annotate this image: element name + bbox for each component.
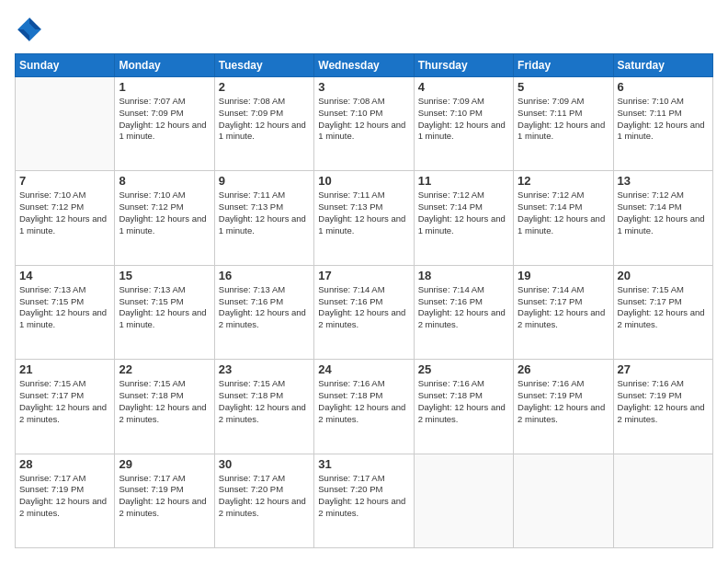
day-number: 26 [518,362,609,376]
sunset-label: Sunset: 7:14 PM [618,201,682,212]
day-info: Sunrise: 7:17 AMSunset: 7:19 PMDaylight:… [119,473,210,520]
day-info: Sunrise: 7:13 AMSunset: 7:15 PMDaylight:… [19,284,110,331]
sunrise-label: Sunrise: 7:16 AM [518,378,584,388]
sunrise-label: Sunrise: 7:08 AM [219,96,285,106]
sunset-label: Sunset: 7:14 PM [518,201,582,212]
daylight-label: Daylight: 12 hours and 2 minutes. [318,496,405,518]
calendar-cell: 16Sunrise: 7:13 AMSunset: 7:16 PMDayligh… [214,265,313,359]
day-number: 5 [518,80,609,94]
sunrise-label: Sunrise: 7:10 AM [19,190,85,200]
sunset-label: Sunset: 7:13 PM [219,201,283,212]
sunset-label: Sunset: 7:17 PM [618,296,682,306]
day-number: 31 [318,457,409,471]
sunset-label: Sunset: 7:17 PM [518,296,582,306]
calendar-week-row: 21Sunrise: 7:15 AMSunset: 7:17 PMDayligh… [16,360,713,454]
day-number: 20 [618,269,709,282]
day-info: Sunrise: 7:15 AMSunset: 7:17 PMDaylight:… [19,378,110,425]
daylight-label: Daylight: 12 hours and 1 minute. [618,213,705,236]
daylight-label: Daylight: 12 hours and 2 minutes. [618,307,705,329]
weekday-header: Friday [514,54,613,77]
weekday-header: Monday [115,54,214,77]
weekday-header: Sunday [16,54,115,77]
day-number: 14 [19,269,110,282]
day-info: Sunrise: 7:12 AMSunset: 7:14 PMDaylight:… [518,190,609,236]
sunrise-label: Sunrise: 7:16 AM [618,378,684,388]
day-number: 15 [119,269,210,282]
calendar-cell: 30Sunrise: 7:17 AMSunset: 7:20 PMDayligh… [214,454,313,547]
sunrise-label: Sunrise: 7:17 AM [219,473,285,483]
daylight-label: Daylight: 12 hours and 1 minute. [19,213,107,236]
sunrise-label: Sunrise: 7:12 AM [618,190,684,200]
day-number: 16 [219,269,310,282]
calendar-cell: 29Sunrise: 7:17 AMSunset: 7:19 PMDayligh… [115,454,214,547]
sunrise-label: Sunrise: 7:11 AM [318,190,384,200]
calendar-cell: 2Sunrise: 7:08 AMSunset: 7:09 PMDaylight… [214,77,313,171]
calendar-cell: 19Sunrise: 7:14 AMSunset: 7:17 PMDayligh… [514,265,613,359]
day-number: 2 [219,80,310,94]
calendar-cell: 9Sunrise: 7:11 AMSunset: 7:13 PMDaylight… [214,171,313,265]
day-number: 1 [119,80,210,94]
day-info: Sunrise: 7:15 AMSunset: 7:18 PMDaylight:… [219,378,310,425]
sunset-label: Sunset: 7:15 PM [19,296,84,306]
header [15,15,713,44]
day-number: 22 [119,362,210,376]
daylight-label: Daylight: 12 hours and 1 minute. [219,213,306,236]
day-info: Sunrise: 7:15 AMSunset: 7:17 PMDaylight:… [618,284,709,331]
sunrise-label: Sunrise: 7:15 AM [618,284,684,294]
daylight-label: Daylight: 12 hours and 2 minutes. [418,402,506,424]
day-number: 6 [618,80,709,94]
day-number: 7 [19,174,110,188]
daylight-label: Daylight: 12 hours and 1 minute. [318,213,405,236]
daylight-label: Daylight: 12 hours and 2 minutes. [219,402,306,424]
sunrise-label: Sunrise: 7:16 AM [418,378,484,388]
day-info: Sunrise: 7:10 AMSunset: 7:12 PMDaylight:… [119,190,210,236]
day-info: Sunrise: 7:17 AMSunset: 7:19 PMDaylight:… [19,473,110,520]
calendar-week-row: 1Sunrise: 7:07 AMSunset: 7:09 PMDaylight… [16,77,713,171]
day-number: 4 [418,80,509,94]
calendar-cell: 7Sunrise: 7:10 AMSunset: 7:12 PMDaylight… [16,171,115,265]
day-info: Sunrise: 7:12 AMSunset: 7:14 PMDaylight:… [418,190,509,236]
calendar-cell: 20Sunrise: 7:15 AMSunset: 7:17 PMDayligh… [613,265,712,359]
daylight-label: Daylight: 12 hours and 2 minutes. [19,496,107,518]
sunset-label: Sunset: 7:15 PM [119,296,183,306]
sunset-label: Sunset: 7:11 PM [518,108,582,118]
calendar-cell: 26Sunrise: 7:16 AMSunset: 7:19 PMDayligh… [514,360,613,454]
calendar-cell: 18Sunrise: 7:14 AMSunset: 7:16 PMDayligh… [414,265,513,359]
day-number: 28 [19,457,110,471]
calendar-cell [514,454,613,547]
sunset-label: Sunset: 7:20 PM [219,484,283,494]
calendar: SundayMondayTuesdayWednesdayThursdayFrid… [15,53,713,548]
calendar-cell: 15Sunrise: 7:13 AMSunset: 7:15 PMDayligh… [115,265,214,359]
day-number: 24 [318,362,409,376]
calendar-cell [16,77,115,171]
daylight-label: Daylight: 12 hours and 2 minutes. [318,307,405,329]
daylight-label: Daylight: 12 hours and 1 minute. [518,213,605,236]
daylight-label: Daylight: 12 hours and 2 minutes. [518,307,605,329]
day-number: 8 [119,174,210,188]
sunrise-label: Sunrise: 7:10 AM [119,190,185,200]
calendar-cell: 28Sunrise: 7:17 AMSunset: 7:19 PMDayligh… [16,454,115,547]
daylight-label: Daylight: 12 hours and 2 minutes. [19,402,107,424]
sunset-label: Sunset: 7:14 PM [418,201,483,212]
sunrise-label: Sunrise: 7:15 AM [19,378,85,388]
sunrise-label: Sunrise: 7:10 AM [618,96,684,106]
sunset-label: Sunset: 7:19 PM [518,390,582,400]
daylight-label: Daylight: 12 hours and 2 minutes. [618,402,705,424]
calendar-cell: 17Sunrise: 7:14 AMSunset: 7:16 PMDayligh… [314,265,414,359]
calendar-cell: 1Sunrise: 7:07 AMSunset: 7:09 PMDaylight… [115,77,214,171]
sunrise-label: Sunrise: 7:14 AM [518,284,584,294]
day-number: 18 [418,269,509,282]
daylight-label: Daylight: 12 hours and 1 minute. [219,120,306,142]
daylight-label: Daylight: 12 hours and 2 minutes. [119,496,206,518]
sunrise-label: Sunrise: 7:12 AM [418,190,484,200]
calendar-cell: 6Sunrise: 7:10 AMSunset: 7:11 PMDaylight… [613,77,712,171]
calendar-cell: 31Sunrise: 7:17 AMSunset: 7:20 PMDayligh… [314,454,414,547]
calendar-week-row: 7Sunrise: 7:10 AMSunset: 7:12 PMDaylight… [16,171,713,265]
calendar-cell: 8Sunrise: 7:10 AMSunset: 7:12 PMDaylight… [115,171,214,265]
logo-icon [15,15,44,44]
day-info: Sunrise: 7:14 AMSunset: 7:16 PMDaylight:… [318,284,409,331]
sunrise-label: Sunrise: 7:13 AM [219,284,285,294]
sunset-label: Sunset: 7:19 PM [618,390,682,400]
sunrise-label: Sunrise: 7:12 AM [518,190,584,200]
sunset-label: Sunset: 7:11 PM [618,108,682,118]
